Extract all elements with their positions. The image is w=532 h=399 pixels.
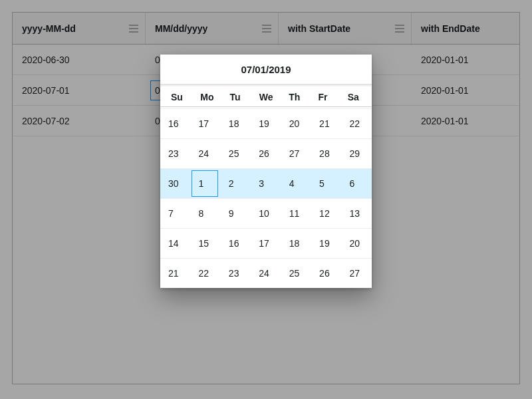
calendar-day[interactable]: 18: [221, 109, 251, 138]
weekday-label: Su: [163, 92, 192, 102]
calendar-day[interactable]: 22: [190, 259, 220, 288]
calendar-day-number: 13: [350, 208, 360, 219]
calendar-day[interactable]: 17: [190, 109, 220, 138]
calendar-day[interactable]: 5: [311, 169, 341, 198]
calendar-day-number: 16: [229, 238, 239, 249]
calendar-day[interactable]: 6: [342, 169, 372, 198]
calendar-day-number: 4: [289, 178, 295, 189]
calendar-day[interactable]: 16: [221, 229, 251, 258]
calendar-day[interactable]: 19: [311, 229, 341, 258]
calendar-day[interactable]: 2: [221, 169, 251, 198]
calendar-day[interactable]: 8: [190, 199, 220, 228]
calendar-day[interactable]: 9: [221, 199, 251, 228]
calendar-day-number: 22: [198, 268, 209, 279]
calendar-week-row: 78910111213: [160, 199, 372, 229]
calendar-day[interactable]: 21: [160, 259, 190, 288]
calendar-day[interactable]: 17: [251, 229, 281, 258]
calendar-day-number: 30: [168, 178, 179, 189]
calendar-day-number: 7: [168, 208, 174, 219]
calendar-day[interactable]: 30: [160, 169, 190, 198]
calendar-day-number: 1: [198, 178, 203, 189]
calendar-day[interactable]: 21: [311, 109, 341, 138]
weekday-header-row: Su Mo Tu We Th Fr Sa: [160, 85, 372, 106]
calendar-day-number: 27: [350, 268, 360, 279]
calendar-day-number: 24: [259, 268, 269, 279]
calendar-day[interactable]: 26: [251, 139, 281, 168]
calendar-day[interactable]: 12: [311, 199, 341, 228]
calendar-day-number: 6: [350, 178, 355, 189]
calendar-day-number: 12: [319, 208, 330, 219]
calendar-day-number: 14: [168, 238, 179, 249]
calendar-day-number: 23: [168, 148, 179, 159]
calendar-day[interactable]: 28: [311, 139, 341, 168]
calendar-day[interactable]: 29: [342, 139, 372, 168]
date-picker-popup: 07/01/2019 Su Mo Tu We Th Fr Sa 16171819…: [160, 55, 372, 288]
weekday-label: We: [251, 92, 281, 102]
calendar-day-number: 3: [259, 178, 264, 189]
calendar-week-row: 23242526272829: [160, 139, 372, 169]
calendar-day-number: 17: [259, 238, 269, 249]
calendar-day-number: 26: [319, 268, 330, 279]
calendar-day[interactable]: 18: [281, 229, 311, 258]
calendar-day-number: 27: [289, 148, 300, 159]
calendar-day-number: 19: [259, 118, 269, 129]
calendar-day-number: 18: [229, 118, 239, 129]
weekday-label: Sa: [340, 92, 369, 102]
calendar-day-number: 24: [198, 148, 209, 159]
weekday-label: Mo: [192, 92, 221, 102]
calendar-day-number: 2: [229, 178, 234, 189]
calendar-day[interactable]: 27: [281, 139, 311, 168]
calendar-day-number: 5: [319, 178, 325, 189]
calendar-day-number: 20: [350, 238, 360, 249]
calendar-day[interactable]: 16: [160, 109, 190, 138]
calendar-day[interactable]: 25: [221, 139, 251, 168]
calendar-week-row: 14151617181920: [160, 229, 372, 259]
calendar-day[interactable]: 11: [281, 199, 311, 228]
weekday-label: Tu: [222, 92, 251, 102]
date-picker-title-label: 07/01/2019: [241, 64, 291, 75]
calendar-day[interactable]: 25: [281, 259, 311, 288]
calendar-day[interactable]: 27: [342, 259, 372, 288]
calendar-day[interactable]: 10: [251, 199, 281, 228]
calendar-day-number: 26: [259, 148, 269, 159]
calendar-day-number: 25: [229, 148, 239, 159]
calendar-day-number: 28: [319, 148, 330, 159]
calendar-day[interactable]: 7: [160, 199, 190, 228]
calendar-day-number: 23: [229, 268, 239, 279]
calendar-day[interactable]: 19: [251, 109, 281, 138]
calendar-day-number: 29: [350, 148, 360, 159]
calendar-day[interactable]: 20: [342, 229, 372, 258]
calendar-week-row: 21222324252627: [160, 259, 372, 288]
calendar-day[interactable]: 14: [160, 229, 190, 258]
calendar-day-number: 19: [319, 238, 330, 249]
calendar-week-row: 30123456: [160, 169, 372, 199]
date-picker-title[interactable]: 07/01/2019: [160, 55, 372, 85]
calendar-day-number: 20: [289, 118, 300, 129]
calendar-day-number: 15: [198, 238, 209, 249]
calendar-day-number: 16: [168, 118, 179, 129]
calendar-day[interactable]: 4: [281, 169, 311, 198]
calendar-day-number: 18: [289, 238, 300, 249]
calendar-day[interactable]: 1: [190, 169, 220, 198]
calendar-day-number: 22: [350, 118, 360, 129]
calendar-day[interactable]: 22: [342, 109, 372, 138]
calendar-day-number: 21: [319, 118, 330, 129]
calendar-day-number: 9: [229, 208, 234, 219]
weekday-label: Th: [281, 92, 310, 102]
calendar-day-number: 25: [289, 268, 300, 279]
calendar-day[interactable]: 13: [342, 199, 372, 228]
calendar-day-number: 21: [168, 268, 179, 279]
calendar-day[interactable]: 23: [160, 139, 190, 168]
calendar-day[interactable]: 26: [311, 259, 341, 288]
calendar-day[interactable]: 24: [251, 259, 281, 288]
calendar-day[interactable]: 20: [281, 109, 311, 138]
calendar-day[interactable]: 3: [251, 169, 281, 198]
calendar-day-number: 10: [259, 208, 269, 219]
calendar-week-row: 16171819202122: [160, 109, 372, 139]
calendar-day[interactable]: 15: [190, 229, 220, 258]
calendar-day-number: 8: [198, 208, 203, 219]
calendar-day[interactable]: 24: [190, 139, 220, 168]
calendar-grid: 1617181920212223242526272829301234567891…: [160, 109, 372, 288]
calendar-day-number: 11: [289, 208, 300, 219]
calendar-day[interactable]: 23: [221, 259, 251, 288]
